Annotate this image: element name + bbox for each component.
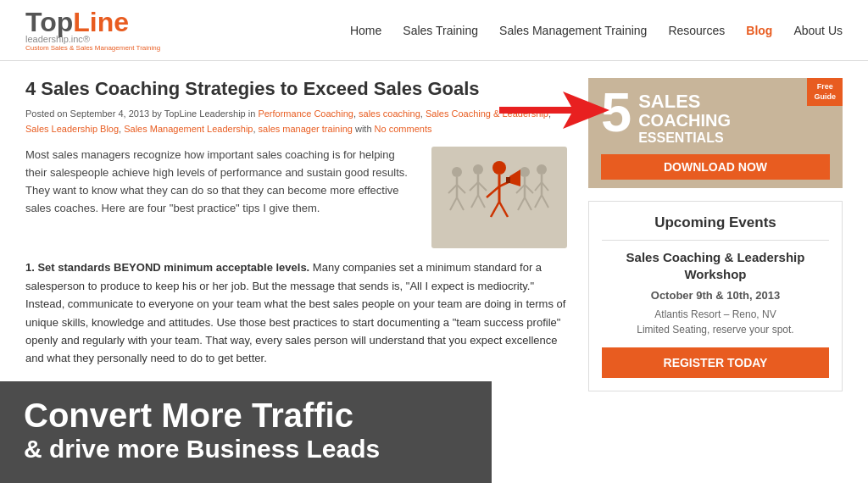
overlay-line1: Convert More Traffic (24, 397, 468, 434)
events-title: Upcoming Events (602, 214, 829, 231)
meta-link-sales-coaching[interactable]: sales coaching (359, 108, 420, 119)
body-paragraph: Many companies set a minimum standard fo… (25, 261, 565, 364)
logo-inc-symbol: ® (83, 34, 90, 44)
svg-line-10 (471, 195, 478, 208)
article-image (431, 147, 567, 248)
svg-point-24 (492, 161, 506, 175)
banner-titles: SALES COACHING ESSENTIALS (638, 88, 731, 146)
main-nav: Home Sales Training Sales Management Tra… (350, 24, 843, 37)
coaching-banner: Free Guide 5 SALES COACHING ESSENTIALS D… (588, 78, 843, 188)
svg-marker-30 (509, 169, 520, 186)
body-heading: 1. Set standards BEYOND minimum acceptab… (25, 261, 309, 274)
nav-sales-training[interactable]: Sales Training (403, 24, 478, 37)
meta-link-leadership-blog[interactable]: Sales Leadership Blog (25, 124, 119, 134)
meta-link-performance[interactable]: Performance Coaching (258, 108, 353, 119)
logo-leadership: leadership.inc® (25, 34, 160, 44)
svg-line-15 (525, 185, 533, 193)
red-arrow-icon (499, 92, 609, 130)
svg-point-6 (473, 164, 483, 175)
svg-line-23 (542, 195, 548, 208)
svg-line-5 (457, 197, 464, 210)
banner-essentials: ESSENTIALS (638, 130, 731, 146)
body-text: 1. Set standards BEYOND minimum acceptab… (25, 258, 567, 368)
banner-sales: SALES (638, 92, 731, 111)
download-now-button[interactable]: DOWNLOAD NOW (601, 154, 830, 180)
intro-text: Most sales managers recognize how import… (25, 147, 419, 248)
free-text: Free (814, 82, 836, 92)
event-date: October 9th & 10th, 2013 (602, 289, 829, 302)
logo-tagline: Custom Sales & Sales Management Training (25, 44, 160, 52)
nav-sales-management[interactable]: Sales Management Training (499, 24, 647, 37)
svg-line-16 (518, 197, 525, 210)
guide-text: Guide (814, 92, 836, 103)
svg-line-29 (499, 202, 508, 217)
overlay-banner: Convert More Traffic & drive more Busine… (0, 381, 492, 483)
svg-line-22 (535, 195, 542, 208)
svg-line-8 (470, 182, 478, 191)
logo-leadership-text: leadership.inc (25, 34, 83, 44)
meta-posted: Posted on September 4, 2013 by TopLine L… (25, 108, 255, 119)
meta-with: with (355, 124, 372, 134)
event-name: Sales Coaching & Leadership Workshop (602, 249, 829, 282)
nav-home[interactable]: Home (350, 24, 381, 37)
svg-line-11 (478, 195, 485, 208)
svg-line-4 (450, 197, 457, 210)
event-location-line2: Limited Seating, reserve your spot. (602, 322, 829, 337)
figure-center (487, 161, 520, 217)
article-title: 4 Sales Coaching Strategies to Exceed Sa… (25, 78, 567, 100)
events-divider (602, 240, 829, 241)
nav-resources[interactable]: Resources (668, 24, 725, 37)
banner-coaching: COACHING (638, 111, 731, 130)
svg-line-2 (448, 185, 457, 193)
svg-point-12 (520, 167, 530, 177)
svg-marker-32 (499, 92, 609, 129)
svg-line-26 (487, 186, 499, 197)
register-today-button[interactable]: REGISTER TODAY (602, 347, 829, 378)
meta-link-manager-training[interactable]: sales manager training (259, 124, 353, 134)
overlay-line2: & drive more Business Leads (24, 434, 468, 464)
svg-point-18 (537, 164, 547, 175)
nav-about-us[interactable]: About Us (793, 24, 843, 37)
svg-line-17 (525, 197, 531, 210)
logo-line: Line (73, 7, 129, 37)
article-illustration (440, 151, 559, 244)
upcoming-events: Upcoming Events Sales Coaching & Leaders… (588, 201, 843, 391)
banner-left: 5 SALES COACHING ESSENTIALS (601, 88, 830, 146)
header: TopLine leadership.inc® Custom Sales & S… (0, 0, 868, 61)
sidebar: Free Guide 5 SALES COACHING ESSENTIALS D… (588, 78, 843, 468)
svg-line-28 (491, 202, 499, 217)
svg-line-9 (478, 182, 487, 191)
article-meta: Posted on September 4, 2013 by TopLine L… (25, 107, 567, 136)
svg-line-3 (457, 185, 465, 193)
logo-area: TopLine leadership.inc® Custom Sales & S… (25, 8, 160, 52)
free-guide-badge: Free Guide (807, 78, 843, 106)
logo-text: TopLine (25, 8, 160, 36)
svg-rect-31 (506, 177, 510, 183)
logo-top: Top (25, 7, 73, 37)
meta-link-management-leadership[interactable]: Sales Management Leadership (124, 124, 253, 134)
event-location-line1: Atlantis Resort – Reno, NV (602, 307, 829, 322)
nav-blog[interactable]: Blog (746, 24, 772, 37)
meta-no-comments[interactable]: No comments (375, 124, 432, 134)
svg-point-0 (452, 167, 462, 177)
article-body: Most sales managers recognize how import… (25, 147, 567, 248)
